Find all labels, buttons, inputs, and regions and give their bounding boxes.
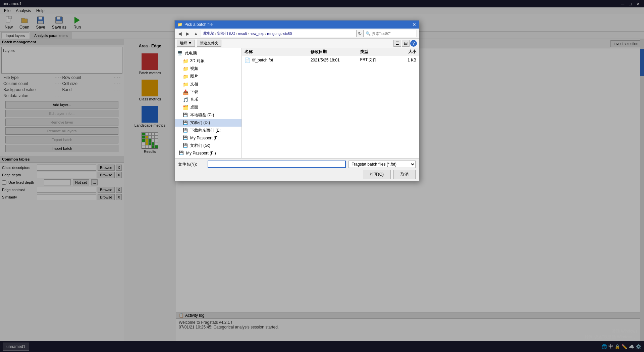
file-dialog: 📁 Pick a batch file ✕ ◀ ▶ ▲ 此电脑 › 实验们 (D… <box>174 20 419 181</box>
dialog-action-buttons: 打开(O) 取消 <box>178 170 416 179</box>
dialog-title-text: Pick a batch file <box>184 22 213 27</box>
up-button[interactable]: ▲ <box>192 30 200 37</box>
dialog-overlay: 📁 Pick a batch file ✕ ◀ ▶ ▲ 此电脑 › 实验们 (D… <box>0 0 644 352</box>
col-size-header[interactable]: 大小 <box>393 49 416 55</box>
file-fbt-icon: 📄 <box>245 57 250 63</box>
drive-f2-icon: 💾 <box>179 150 184 156</box>
computer-icon: 🖥️ <box>177 51 183 56</box>
dialog-ok-button[interactable]: 打开(O) <box>363 170 391 179</box>
nav-item-desktop[interactable]: 🗂️ 桌面 <box>175 103 241 111</box>
filename-row: 文件名(N): Fragstat batch files (*.fbt) <box>178 161 416 168</box>
folder-downloads-icon: 📥 <box>183 89 188 95</box>
refresh-button[interactable]: ↻ <box>358 31 362 36</box>
address-bar: ◀ ▶ ▲ 此电脑 › 实验们 (D:) › result › new_exp … <box>175 29 419 39</box>
search-icon: 🔍 <box>366 31 371 36</box>
col-type-header[interactable]: 类型 <box>360 49 393 55</box>
dialog-cancel-button[interactable]: 取消 <box>393 170 416 179</box>
dialog-files: 名称 修改日期 类型 大小 📄 tif_batch.fbt 2021/5/25 … <box>242 48 419 158</box>
col-date-header[interactable]: 修改日期 <box>311 49 360 55</box>
help-button[interactable]: ? <box>410 40 417 47</box>
file-list-header: 名称 修改日期 类型 大小 <box>242 48 419 56</box>
path-part-2[interactable]: result <box>238 32 247 36</box>
nav-item-pictures[interactable]: 📁 图片 <box>175 73 241 80</box>
forward-button[interactable]: ▶ <box>184 30 191 37</box>
col-name-header[interactable]: 名称 <box>245 49 311 55</box>
search-box[interactable]: 🔍 <box>363 30 417 37</box>
path-part-5[interactable]: sic80 <box>283 32 292 36</box>
file-row-0[interactable]: 📄 tif_batch.fbt 2021/5/25 18:01 FBT 文件 1… <box>242 56 419 64</box>
nav-item-drive-c[interactable]: 💾 本地磁盘 (C:) <box>175 111 241 119</box>
folder-music-icon: 🎵 <box>183 97 188 102</box>
drive-f1-icon: 💾 <box>183 135 188 141</box>
list-view-button[interactable]: ☰ <box>393 40 401 47</box>
back-button[interactable]: ◀ <box>177 30 183 37</box>
path-part-4[interactable]: rengong <box>267 32 280 36</box>
filename-label: 文件名(N): <box>178 162 205 167</box>
folder-video-icon: 📁 <box>183 66 188 72</box>
folder-desktop-icon: 🗂️ <box>183 105 188 110</box>
address-path[interactable]: 此电脑 › 实验们 (D:) › result › new_exp › reng… <box>201 30 357 37</box>
dialog-title-bar: 📁 Pick a batch file ✕ <box>175 20 419 29</box>
nav-item-drive-e[interactable]: 💾 下载的东西们 (E: <box>175 127 241 134</box>
file-name-0: tif_batch.fbt <box>252 58 273 62</box>
nav-item-documents[interactable]: 📁 文档 <box>175 80 241 88</box>
drive-e-icon: 💾 <box>183 128 188 133</box>
nav-item-drive-d[interactable]: 💾 实验们 (D:) <box>175 119 241 127</box>
nav-item-computer[interactable]: 🖥️ 此电脑 <box>175 49 241 57</box>
path-part-1[interactable]: 实验们 (D:) <box>217 31 235 36</box>
drive-d-icon: 💾 <box>183 120 188 126</box>
dialog-close-button[interactable]: ✕ <box>412 22 416 27</box>
folder-3d-icon: 📁 <box>183 58 188 64</box>
nav-item-downloads[interactable]: 📥 下载 <box>175 88 241 96</box>
dialog-title-left: 📁 Pick a batch file <box>177 22 213 27</box>
nav-item-3d[interactable]: 📁 3D 对象 <box>175 57 241 65</box>
path-part-3[interactable]: new_exp <box>250 32 264 36</box>
dialog-body: 🖥️ 此电脑 📁 3D 对象 📁 视频 📁 图片 📁 文档 <box>175 48 419 158</box>
nav-item-drive-f2[interactable]: 💾 My Passport (F:) <box>175 149 241 157</box>
nav-item-music[interactable]: 🎵 音乐 <box>175 96 241 103</box>
dialog-toolbar: 组织 ▼ 新建文件夹 ☰ ▤ ? <box>175 39 419 48</box>
drive-c-icon: 💾 <box>183 113 188 118</box>
view-buttons: ☰ ▤ ? <box>393 40 417 47</box>
filetype-select[interactable]: Fragstat batch files (*.fbt) <box>348 161 416 168</box>
details-view-button[interactable]: ▤ <box>402 40 410 47</box>
drive-g-icon: 💾 <box>183 143 188 148</box>
dialog-bottom: 文件名(N): Fragstat batch files (*.fbt) 打开(… <box>175 158 419 181</box>
new-folder-button[interactable]: 新建文件夹 <box>197 40 221 47</box>
folder-pictures-icon: 📁 <box>183 74 188 79</box>
nav-item-drive-f1[interactable]: 💾 My Passport (F: <box>175 134 241 142</box>
search-input[interactable] <box>372 32 412 36</box>
dialog-nav: 🖥️ 此电脑 📁 3D 对象 📁 视频 📁 图片 📁 文档 <box>175 48 242 158</box>
nav-item-drive-g[interactable]: 💾 文档们 (G:) <box>175 142 241 149</box>
path-part-0[interactable]: 此电脑 <box>203 31 214 36</box>
file-date-0: 2021/5/25 18:01 <box>311 58 360 62</box>
nav-item-video[interactable]: 📁 视频 <box>175 65 241 73</box>
filename-input[interactable] <box>208 161 346 168</box>
folder-documents-icon: 📁 <box>183 82 188 87</box>
organize-button[interactable]: 组织 ▼ <box>177 40 195 47</box>
file-size-0: 1 KB <box>393 58 416 62</box>
dialog-folder-icon: 📁 <box>177 22 182 27</box>
file-type-0: FBT 文件 <box>360 57 393 63</box>
